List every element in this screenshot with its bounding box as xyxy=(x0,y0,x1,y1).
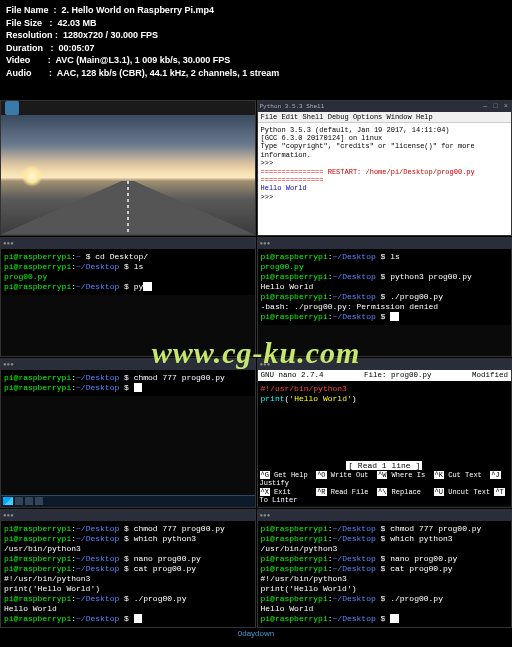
tile-terminal-run: ●●● pi@raspberrypi:~/Desktop $ ls prog00… xyxy=(257,237,513,357)
taskbar-item[interactable] xyxy=(35,497,43,505)
idle-output[interactable]: Python 3.5.3 (default, Jan 19 2017, 14:1… xyxy=(258,123,512,235)
cursor-icon xyxy=(390,312,399,321)
terminal-body[interactable]: pi@raspberrypi:~/Desktop $ chmod 777 pro… xyxy=(258,521,512,627)
window-controls-icon[interactable]: — □ × xyxy=(483,102,509,110)
terminal-body[interactable]: pi@raspberrypi:~ $ cd Desktop/ pi@raspbe… xyxy=(1,249,255,295)
tile-nano-editor: ●●● GNU nano 2.7.4 File: prog00.py Modif… xyxy=(257,358,513,508)
tile-desktop-wallpaper xyxy=(0,100,256,236)
cursor-icon xyxy=(143,282,152,291)
cursor-icon xyxy=(390,614,399,623)
terminal-body[interactable]: pi@raspberrypi:~/Desktop $ ls prog00.py … xyxy=(258,249,512,325)
trash-icon xyxy=(5,101,19,115)
terminal-body[interactable]: pi@raspberrypi:~/Desktop $ chmod 777 pro… xyxy=(1,370,255,396)
terminal-titlebar: ●●● xyxy=(1,238,255,249)
tile-terminal-chmod: ●●● pi@raspberrypi:~/Desktop $ chmod 777… xyxy=(0,358,256,508)
taskbar[interactable] xyxy=(1,495,255,507)
idle-titlebar: Python 3.5.3 Shell — □ × xyxy=(258,101,512,112)
idle-menubar[interactable]: File Edit Shell Debug Options Window Hel… xyxy=(258,112,512,123)
tile-terminal-cd: ●●● pi@raspberrypi:~ $ cd Desktop/ pi@ra… xyxy=(0,237,256,357)
cursor-icon xyxy=(134,383,143,392)
tile-terminal-full-left: ●●● pi@raspberrypi:~/Desktop $ chmod 777… xyxy=(0,509,256,628)
road-sunset-wallpaper xyxy=(1,115,255,235)
terminal-titlebar: ●●● xyxy=(258,510,512,521)
nano-header: GNU nano 2.7.4 File: prog00.py Modified xyxy=(258,370,512,381)
tile-idle-shell: Python 3.5.3 Shell — □ × File Edit Shell… xyxy=(257,100,513,236)
tile-terminal-full-right: ●●● pi@raspberrypi:~/Desktop $ chmod 777… xyxy=(257,509,513,628)
start-icon[interactable] xyxy=(3,497,13,505)
nano-shortcuts: ^G Get Help ^O Write Out ^W Where Is ^K … xyxy=(258,471,512,505)
taskbar-item[interactable] xyxy=(25,497,33,505)
cursor-icon xyxy=(134,614,143,623)
screenshot-grid: www.cg-ku.com Python 3.5.3 Shell — □ × F… xyxy=(0,100,512,628)
nano-body[interactable]: GNU nano 2.7.4 File: prog00.py Modified … xyxy=(258,370,512,505)
terminal-titlebar: ●●● xyxy=(258,359,512,370)
taskbar-item[interactable] xyxy=(15,497,23,505)
file-metadata: File Name : 2. Hello World on Raspberry … xyxy=(0,0,512,100)
terminal-body[interactable]: pi@raspberrypi:~/Desktop $ chmod 777 pro… xyxy=(1,521,255,627)
terminal-titlebar: ●●● xyxy=(1,510,255,521)
nano-status: [ Read 1 line ] xyxy=(258,461,512,471)
terminal-titlebar: ●●● xyxy=(1,359,255,370)
terminal-titlebar: ●●● xyxy=(258,238,512,249)
desktop-panel xyxy=(1,101,255,115)
footer-credit: 0daydown xyxy=(0,628,512,639)
